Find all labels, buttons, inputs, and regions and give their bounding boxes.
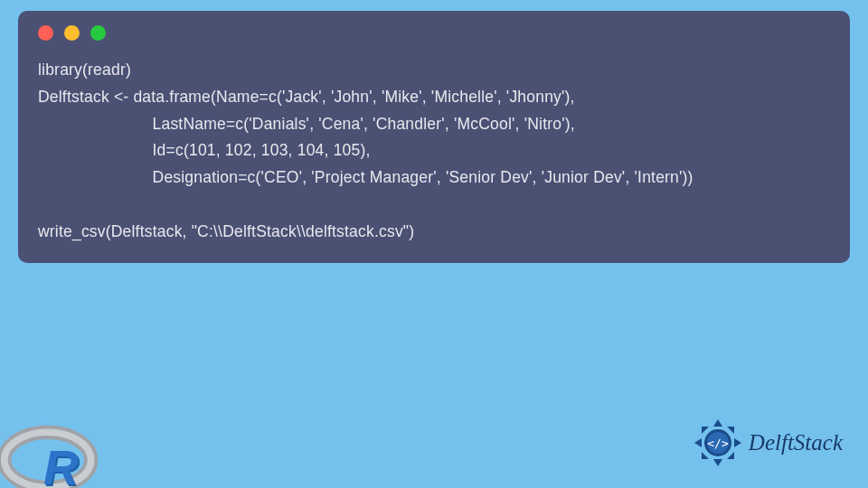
code-block: library(readr) Delftstack <- data.frame(… (18, 11, 850, 263)
code-line: write_csv(Delftstack, "C:\\DelftStack\\d… (38, 222, 414, 240)
minimize-icon (64, 25, 80, 41)
code-line: Designation=c('CEO', 'Project Manager', … (38, 168, 693, 186)
close-icon (38, 25, 53, 41)
svg-marker-7 (727, 452, 734, 459)
svg-marker-8 (713, 459, 722, 466)
svg-marker-6 (734, 438, 741, 447)
svg-marker-10 (694, 438, 702, 447)
svg-marker-5 (727, 427, 734, 434)
maximize-icon (90, 25, 106, 41)
delftstack-badge-icon: </> (691, 416, 745, 470)
code-line: Delftstack <- data.frame(Name=c('Jack', … (38, 88, 575, 106)
svg-marker-9 (702, 452, 709, 459)
svg-text:R: R (43, 440, 79, 488)
code-line: LastName=c('Danials', 'Cena', 'Chandler'… (38, 115, 575, 133)
code-line: Id=c(101, 102, 103, 104, 105), (38, 141, 371, 159)
svg-marker-11 (702, 427, 709, 434)
svg-marker-4 (713, 419, 722, 427)
code-content: library(readr) Delftstack <- data.frame(… (38, 57, 830, 245)
code-line: library(readr) (38, 61, 131, 79)
svg-text:</>: </> (707, 436, 729, 450)
delftstack-logo: </> DelftStack (691, 416, 843, 470)
window-controls (38, 25, 830, 41)
delftstack-text: DelftStack (749, 430, 843, 455)
r-language-logo-icon: R R (0, 417, 104, 488)
